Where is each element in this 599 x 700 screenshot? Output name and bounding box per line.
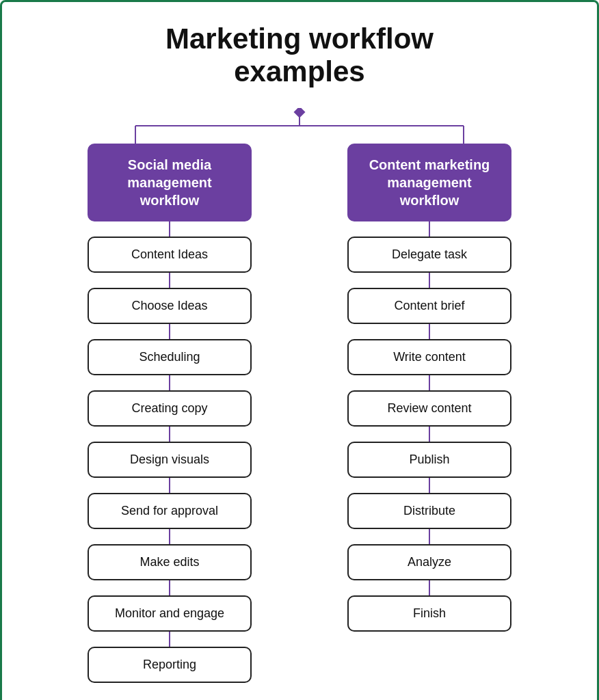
left-step-5: Design visuals bbox=[88, 442, 252, 478]
left-step-6: Send for approval bbox=[88, 493, 252, 529]
left-header-box: Social media management workflow bbox=[88, 144, 252, 221]
top-branch-connector bbox=[53, 108, 546, 144]
left-step-4: Creating copy bbox=[88, 390, 252, 427]
page-title: Marketing workflow examples bbox=[165, 23, 434, 89]
right-step-6: Distribute bbox=[347, 493, 511, 529]
right-step-1: Delegate task bbox=[347, 237, 511, 273]
right-step-2: Content brief bbox=[347, 288, 511, 324]
left-conn bbox=[169, 273, 170, 288]
left-step-9: Reporting bbox=[88, 647, 252, 683]
left-step-8: Monitor and engage bbox=[88, 595, 252, 632]
title-line1: Marketing workflow bbox=[165, 23, 434, 55]
right-step-4: Review content bbox=[347, 390, 511, 427]
right-step-7: Analyze bbox=[347, 544, 511, 580]
left-step1-connector bbox=[169, 221, 170, 237]
left-step-7: Make edits bbox=[88, 544, 252, 580]
left-step-1: Content Ideas bbox=[88, 237, 252, 273]
right-header-box: Content marketing management workflow bbox=[347, 144, 511, 221]
right-workflow-col: Content marketing management workflow De… bbox=[313, 144, 546, 632]
right-step-5: Publish bbox=[347, 442, 511, 478]
title-line2: examples bbox=[234, 55, 364, 88]
left-step-3: Scheduling bbox=[88, 339, 252, 375]
right-step-8: Finish bbox=[347, 595, 511, 632]
left-step-2: Choose Ideas bbox=[88, 288, 252, 324]
left-workflow-col: Social media management workflow Content… bbox=[53, 144, 286, 683]
right-step-3: Write content bbox=[347, 339, 511, 375]
page-container: Marketing workflow examples Social media… bbox=[0, 0, 599, 700]
workflow-columns: Social media management workflow Content… bbox=[29, 144, 570, 683]
